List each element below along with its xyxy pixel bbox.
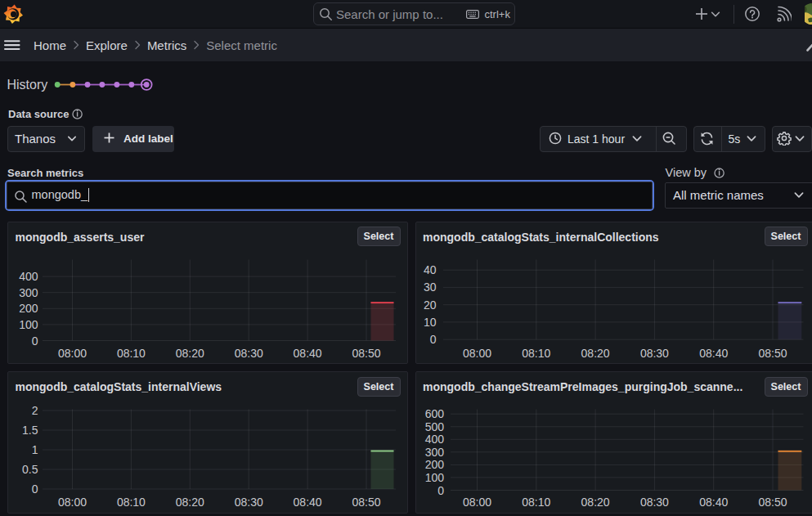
svg-text:08:30: 08:30 [235, 496, 263, 509]
svg-text:08:00: 08:00 [58, 346, 87, 359]
svg-text:200: 200 [19, 302, 38, 315]
svg-text:08:40: 08:40 [699, 496, 728, 509]
svg-text:08:10: 08:10 [522, 346, 550, 359]
svg-text:0: 0 [429, 333, 436, 346]
svg-text:08:40: 08:40 [699, 346, 728, 359]
svg-text:0: 0 [32, 482, 38, 496]
svg-text:08:30: 08:30 [235, 346, 263, 359]
svg-text:08:30: 08:30 [639, 346, 668, 359]
svg-text:08:40: 08:40 [294, 496, 322, 509]
svg-text:08:40: 08:40 [294, 346, 322, 359]
svg-text:08:50: 08:50 [758, 496, 787, 509]
svg-text:1.5: 1.5 [22, 424, 38, 437]
svg-text:30: 30 [423, 280, 436, 294]
svg-text:300: 300 [424, 446, 444, 459]
svg-text:20: 20 [423, 298, 436, 311]
svg-text:08:20: 08:20 [581, 496, 609, 509]
svg-text:08:50: 08:50 [758, 346, 787, 359]
svg-text:0: 0 [437, 484, 444, 497]
svg-text:2: 2 [32, 404, 38, 417]
svg-text:200: 200 [424, 458, 444, 471]
svg-text:10: 10 [423, 315, 436, 328]
svg-text:600: 600 [424, 407, 444, 420]
svg-text:08:30: 08:30 [639, 496, 668, 509]
svg-text:100: 100 [424, 471, 444, 484]
svg-text:40: 40 [423, 263, 436, 276]
svg-text:08:10: 08:10 [522, 496, 550, 509]
svg-text:400: 400 [19, 270, 38, 283]
svg-text:300: 300 [19, 285, 38, 298]
svg-text:08:50: 08:50 [352, 346, 380, 359]
svg-text:08:10: 08:10 [117, 346, 146, 359]
svg-text:08:10: 08:10 [117, 496, 146, 509]
svg-text:08:50: 08:50 [352, 496, 380, 509]
svg-text:100: 100 [19, 317, 38, 330]
svg-text:500: 500 [424, 420, 444, 433]
svg-text:400: 400 [424, 433, 444, 446]
svg-text:0.5: 0.5 [22, 463, 38, 476]
svg-text:08:20: 08:20 [581, 346, 609, 359]
svg-text:0: 0 [32, 334, 38, 347]
svg-text:08:20: 08:20 [176, 496, 204, 509]
svg-text:1: 1 [32, 443, 38, 456]
svg-text:08:00: 08:00 [462, 496, 491, 509]
svg-text:08:00: 08:00 [462, 346, 491, 359]
svg-text:08:20: 08:20 [176, 346, 204, 359]
svg-text:08:00: 08:00 [58, 496, 87, 509]
